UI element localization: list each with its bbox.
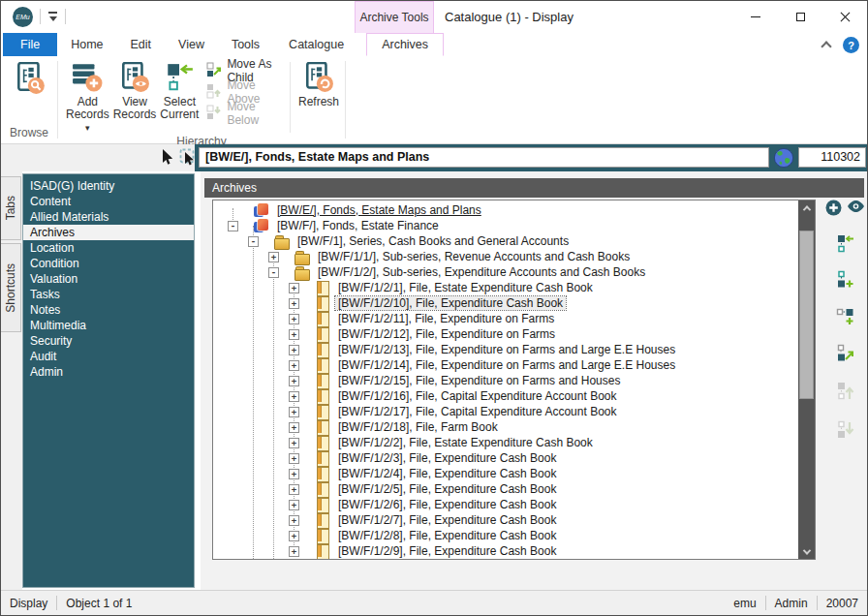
tree-item-label[interactable]: [BW/F/1/2/11], File, Expenditure on Farm…	[335, 312, 557, 325]
ribbon-tab[interactable]: Catalogue	[273, 33, 359, 56]
expander-toggle[interactable]: -	[228, 221, 238, 231]
sidebar-item[interactable]: Audit	[23, 349, 194, 364]
sidebar-item[interactable]: Tasks	[23, 287, 194, 302]
expander-toggle[interactable]: +	[289, 345, 299, 355]
emu-logo-icon[interactable]: EMu	[13, 7, 33, 27]
expander-toggle[interactable]: -	[268, 267, 279, 278]
tree-row[interactable]: + [BW/F/1/2/4], File, Expenditure Cash B…	[213, 466, 798, 481]
tree-item-label[interactable]: [BW/F/1/2/17], File, Capital Expenditure…	[335, 405, 619, 418]
ribbon-tab[interactable]: Archives	[366, 33, 444, 56]
quick-access-dropdown-icon[interactable]	[47, 11, 59, 22]
ribbon-tab[interactable]: File	[3, 33, 57, 56]
select-current-icon-button[interactable]	[836, 233, 854, 257]
tree-row[interactable]: + [BW/F/1/2/9], File, Expenditure Cash B…	[213, 543, 798, 559]
arrow-cursor-icon[interactable]	[160, 148, 174, 171]
tree-item-label[interactable]: [BW/E/], Fonds, Estate Maps and Plans	[274, 203, 484, 217]
tree-item-label[interactable]: [BW/F/1/2/7], File, Expenditure Cash Boo…	[335, 513, 559, 527]
globe-icon[interactable]	[773, 147, 794, 169]
select-current-button[interactable]: Select Current	[158, 60, 201, 121]
expander-toggle[interactable]: +	[289, 376, 299, 386]
sidebar-item[interactable]: ISAD(G) Identity	[23, 178, 194, 194]
add-sibling-icon-button[interactable]	[836, 307, 854, 330]
irn-field[interactable]: 110302	[798, 147, 866, 168]
tree-item-label[interactable]: [BW/F/1/2/14], File, Expenditure on Farm…	[335, 358, 678, 372]
expander-toggle[interactable]: +	[289, 283, 299, 293]
tree-row[interactable]: [BW/E/], Fonds, Estate Maps and Plans	[213, 202, 798, 218]
side-tab-shortcuts[interactable]: Shortcuts	[1, 243, 21, 332]
expander-toggle[interactable]: +	[289, 391, 299, 402]
expander-toggle[interactable]: +	[289, 515, 299, 526]
tree-item-label[interactable]: [BW/F/1/2/9], File, Expenditure Cash Boo…	[335, 544, 559, 558]
tree-row[interactable]: + [BW/F/1/2/3], File, Expenditure Cash B…	[213, 450, 798, 466]
sidebar-item[interactable]: Condition	[23, 256, 194, 271]
tree-item-label[interactable]: [BW/F/1/2/4], File, Expenditure Cash Boo…	[335, 467, 559, 480]
expander-toggle[interactable]: +	[289, 531, 299, 541]
tree-item-label[interactable]: [BW/F/1/2/18], File, Farm Book	[335, 420, 501, 434]
tree-row[interactable]: + [BW/F/1/2/12], File, Expenditure on Fa…	[213, 326, 798, 342]
tree-row[interactable]: + [BW/F/1/2/2], File, Estate Expenditure…	[213, 435, 798, 450]
tree-row[interactable]: + [BW/F/1/2/11], File, Expenditure on Fa…	[213, 311, 798, 326]
expander-toggle[interactable]: +	[289, 500, 299, 510]
expander-toggle[interactable]: -	[248, 236, 259, 247]
expander-toggle[interactable]: +	[289, 314, 299, 324]
tree-row[interactable]: + [BW/F/1/2/10], File, Expenditure Cash …	[213, 295, 798, 311]
refresh-button[interactable]: Refresh	[296, 60, 341, 108]
tree-row[interactable]: - [BW/F/1/2/], Sub-series, Expenditure A…	[213, 264, 798, 280]
ribbon-tab[interactable]: Edit	[117, 33, 166, 56]
tree-item-label[interactable]: [BW/F/], Fonds, Estate Finance	[274, 219, 442, 232]
tree-item-label[interactable]: [BW/F/1/2/], Sub-series, Expenditure Acc…	[315, 265, 648, 279]
tree-item-label[interactable]: [BW/F/1/2/6], File, Expenditure Cash Boo…	[335, 498, 559, 511]
tree-row[interactable]: + [BW/F/1/2/13], File, Expenditure on Fa…	[213, 342, 798, 357]
tree-item-label[interactable]: [BW/F/1/2/13], File, Expenditure on Farm…	[335, 343, 678, 356]
add-record-icon-button[interactable]	[825, 200, 842, 220]
expander-toggle[interactable]: +	[289, 546, 299, 557]
expander-toggle[interactable]: +	[289, 438, 299, 448]
move-as-child-icon-button[interactable]	[836, 344, 854, 367]
view-record-icon-button[interactable]	[847, 200, 865, 220]
tree-item-label[interactable]: [BW/F/1/2/2], File, Estate Expenditure C…	[335, 436, 596, 449]
sidebar-item[interactable]: Notes	[23, 302, 194, 318]
move-below-icon-button-disabled[interactable]	[836, 419, 854, 445]
browse-button[interactable]	[13, 60, 47, 95]
sidebar-item[interactable]: Content	[23, 194, 194, 209]
tree-item-label[interactable]: [BW/F/1/2/3], File, Expenditure Cash Boo…	[335, 451, 559, 465]
expander-toggle[interactable]: +	[289, 329, 299, 340]
expander-toggle[interactable]: +	[289, 453, 299, 464]
add-child-below-icon-button[interactable]	[836, 270, 854, 293]
maximize-button[interactable]	[778, 1, 822, 33]
sidebar-item[interactable]: Admin	[23, 364, 194, 380]
tree-row[interactable]: - [BW/F/1], Series, Cash Books and Gener…	[213, 233, 798, 249]
tree-row[interactable]: + [BW/F/1/2/5], File, Expenditure Cash B…	[213, 481, 798, 497]
tree-scrollbar[interactable]	[798, 200, 815, 559]
add-records-button[interactable]: Add Records ▾	[64, 60, 111, 135]
tree-item-label[interactable]: [BW/F/1/2/1], File, Estate Expenditure C…	[335, 281, 596, 294]
move-above-icon-button-disabled[interactable]	[836, 381, 854, 406]
tree-row[interactable]: + [BW/F/1/2/8], File, Expenditure Cash B…	[213, 528, 798, 543]
scroll-up-button[interactable]	[798, 200, 815, 215]
close-button[interactable]	[822, 1, 867, 33]
tree-row[interactable]: + [BW/F/1/2/17], File, Capital Expenditu…	[213, 404, 798, 419]
sidebar-item[interactable]: Security	[23, 333, 194, 349]
tree-item-label[interactable]: [BW/F/1/2/10], File, Expenditure Cash Bo…	[335, 296, 566, 310]
tree-row[interactable]: + [BW/F/1/2/6], File, Expenditure Cash B…	[213, 497, 798, 512]
help-button[interactable]: ?	[843, 37, 859, 53]
sidebar-item[interactable]: Allied Materials	[23, 209, 194, 225]
sidebar-item[interactable]: Archives	[23, 225, 194, 240]
tree-row[interactable]: + [BW/F/1/2/7], File, Expenditure Cash B…	[213, 512, 798, 528]
side-tab-tabs[interactable]: Tabs	[1, 176, 21, 240]
expander-toggle[interactable]: +	[289, 360, 299, 371]
move-as-child-button[interactable]: Move As Child	[206, 63, 276, 78]
scroll-down-button[interactable]	[798, 544, 815, 559]
tree-item-label[interactable]: [BW/F/1/2/16], File, Capital Expenditure…	[335, 389, 619, 403]
tree-row[interactable]: + [BW/F/1/2/14], File, Expenditure on Fa…	[213, 357, 798, 373]
expander-toggle[interactable]: +	[268, 252, 279, 262]
move-below-button[interactable]: Move Below	[206, 106, 276, 121]
ribbon-tab[interactable]: Tools	[218, 33, 273, 56]
expander-toggle[interactable]: +	[289, 407, 299, 417]
view-records-button[interactable]: View Records	[111, 60, 159, 121]
tree-item-label[interactable]: [BW/F/1/1/], Sub-series, Revenue Account…	[315, 250, 633, 263]
minimize-button[interactable]	[733, 1, 778, 33]
tree-item-label[interactable]: [BW/F/1/2/8], File, Expenditure Cash Boo…	[335, 529, 559, 542]
tree-item-label[interactable]: [BW/F/1/2/15], File, Expenditure on Farm…	[335, 374, 623, 387]
expander-toggle[interactable]: +	[289, 484, 299, 495]
